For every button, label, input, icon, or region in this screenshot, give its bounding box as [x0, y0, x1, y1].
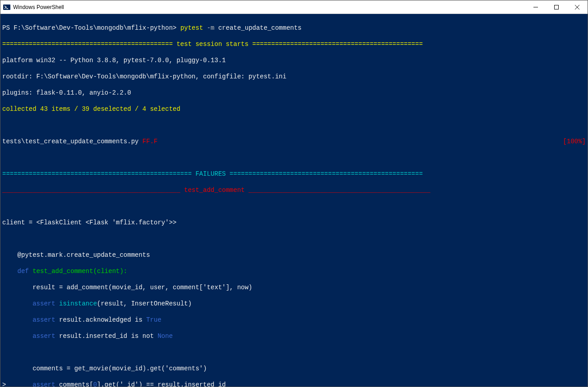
- test-status: FF.F: [142, 138, 158, 145]
- code-line: comments = get_movie(movie_id).get('comm…: [2, 364, 586, 373]
- close-button[interactable]: [567, 0, 588, 14]
- def-line-1: def test_add_comment(client):: [2, 267, 586, 275]
- maximize-button[interactable]: [546, 0, 567, 14]
- minimize-button[interactable]: [525, 0, 546, 14]
- assert-line-1: > assert comments[0].get('_id') == resul…: [2, 381, 586, 387]
- failures-sep: ========================================…: [2, 170, 586, 178]
- svg-rect-3: [555, 5, 559, 9]
- terminal-output[interactable]: PS F:\Software\Dev-Tools\mongodb\mflix-p…: [0, 14, 588, 387]
- powershell-window: Windows PowerShell PS F:\Software\Dev-To…: [0, 0, 588, 387]
- window-title: Windows PowerShell: [13, 4, 525, 10]
- test-run-line: tests\test_create_update_comments.py FF.…: [2, 137, 586, 146]
- rootdir-line: rootdir: F:\Software\Dev-Tools\mongodb\m…: [2, 73, 586, 81]
- test-file: tests\test_create_update_comments.py: [2, 138, 142, 145]
- platform-line: platform win32 -- Python 3.8.8, pytest-7…: [2, 56, 586, 64]
- code-line: assert result.acknowledged is True: [2, 316, 586, 324]
- window-controls: [525, 0, 588, 14]
- mark-line-1: @pytest.mark.create_update_comments: [2, 251, 586, 259]
- session-sep: ========================================…: [2, 40, 586, 48]
- prompt-line: PS F:\Software\Dev-Tools\mongodb\mflix-p…: [2, 24, 586, 32]
- code-line: assert result.inserted_id is not None: [2, 332, 586, 340]
- prompt-path: F:\Software\Dev-Tools\mongodb\mflix-pyth…: [14, 24, 180, 32]
- collected-line: collected 43 items / 39 deselected / 4 s…: [2, 105, 586, 113]
- client-line-1: client = <FlaskClient <Flask 'mflix.fact…: [2, 219, 586, 227]
- command-pytest: pytest: [180, 24, 207, 32]
- code-line: assert isinstance(result, InsertOneResul…: [2, 300, 586, 308]
- powershell-icon: [3, 4, 10, 11]
- plugins-line: plugins: flask-0.11.0, anyio-2.2.0: [2, 89, 586, 97]
- command-flag: -m: [207, 24, 218, 32]
- prompt-ps: PS: [2, 24, 14, 32]
- command-arg: create_update_comments: [218, 24, 302, 32]
- titlebar[interactable]: Windows PowerShell: [0, 0, 588, 14]
- code-line: result = add_comment(movie_id, user, com…: [2, 283, 586, 291]
- test-percent: [100%]: [563, 137, 586, 146]
- failure-header-1: ________________________________________…: [2, 186, 586, 194]
